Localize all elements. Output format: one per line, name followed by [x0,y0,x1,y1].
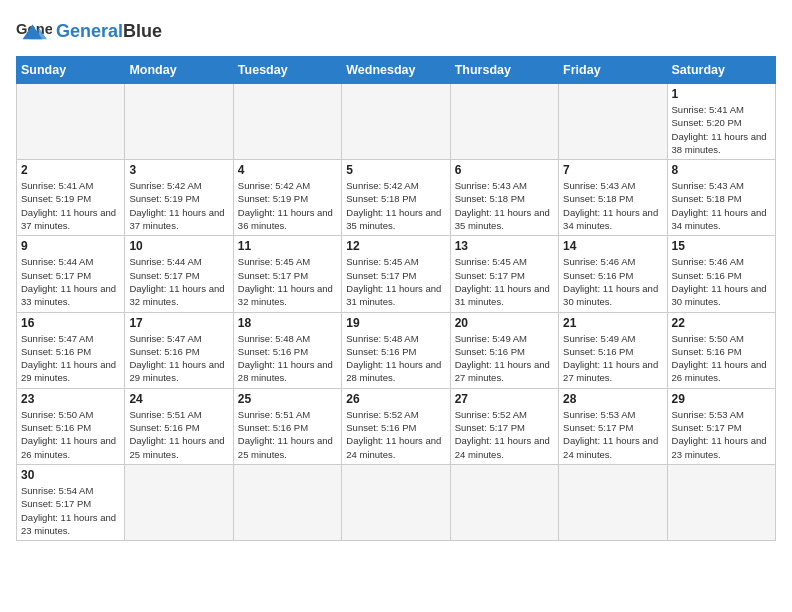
day-number: 15 [672,239,771,253]
day-number: 20 [455,316,554,330]
calendar-cell [233,84,341,160]
day-number: 11 [238,239,337,253]
day-info: Sunrise: 5:45 AMSunset: 5:17 PMDaylight:… [346,255,445,308]
calendar-cell [342,84,450,160]
calendar-cell: 4Sunrise: 5:42 AMSunset: 5:19 PMDaylight… [233,160,341,236]
week-row-3: 9Sunrise: 5:44 AMSunset: 5:17 PMDaylight… [17,236,776,312]
calendar-cell: 28Sunrise: 5:53 AMSunset: 5:17 PMDayligh… [559,388,667,464]
week-row-5: 23Sunrise: 5:50 AMSunset: 5:16 PMDayligh… [17,388,776,464]
logo: General GeneralBlue [16,16,162,46]
day-info: Sunrise: 5:51 AMSunset: 5:16 PMDaylight:… [129,408,228,461]
day-info: Sunrise: 5:53 AMSunset: 5:17 PMDaylight:… [672,408,771,461]
day-info: Sunrise: 5:52 AMSunset: 5:16 PMDaylight:… [346,408,445,461]
calendar-cell [125,464,233,540]
week-row-2: 2Sunrise: 5:41 AMSunset: 5:19 PMDaylight… [17,160,776,236]
day-info: Sunrise: 5:50 AMSunset: 5:16 PMDaylight:… [21,408,120,461]
calendar-cell: 6Sunrise: 5:43 AMSunset: 5:18 PMDaylight… [450,160,558,236]
calendar-cell: 18Sunrise: 5:48 AMSunset: 5:16 PMDayligh… [233,312,341,388]
day-info: Sunrise: 5:52 AMSunset: 5:17 PMDaylight:… [455,408,554,461]
day-number: 13 [455,239,554,253]
calendar-cell [667,464,775,540]
day-number: 18 [238,316,337,330]
week-row-1: 1Sunrise: 5:41 AMSunset: 5:20 PMDaylight… [17,84,776,160]
weekday-monday: Monday [125,57,233,84]
day-number: 28 [563,392,662,406]
day-number: 10 [129,239,228,253]
calendar-cell [233,464,341,540]
calendar-cell: 26Sunrise: 5:52 AMSunset: 5:16 PMDayligh… [342,388,450,464]
day-info: Sunrise: 5:46 AMSunset: 5:16 PMDaylight:… [672,255,771,308]
calendar-cell: 24Sunrise: 5:51 AMSunset: 5:16 PMDayligh… [125,388,233,464]
calendar-cell: 13Sunrise: 5:45 AMSunset: 5:17 PMDayligh… [450,236,558,312]
day-number: 17 [129,316,228,330]
calendar-cell: 1Sunrise: 5:41 AMSunset: 5:20 PMDaylight… [667,84,775,160]
day-info: Sunrise: 5:43 AMSunset: 5:18 PMDaylight:… [455,179,554,232]
day-number: 8 [672,163,771,177]
header: General GeneralBlue [16,16,776,46]
day-info: Sunrise: 5:42 AMSunset: 5:18 PMDaylight:… [346,179,445,232]
calendar-cell: 17Sunrise: 5:47 AMSunset: 5:16 PMDayligh… [125,312,233,388]
day-info: Sunrise: 5:44 AMSunset: 5:17 PMDaylight:… [129,255,228,308]
day-number: 9 [21,239,120,253]
day-number: 2 [21,163,120,177]
calendar-cell: 8Sunrise: 5:43 AMSunset: 5:18 PMDaylight… [667,160,775,236]
weekday-saturday: Saturday [667,57,775,84]
day-info: Sunrise: 5:45 AMSunset: 5:17 PMDaylight:… [238,255,337,308]
day-number: 19 [346,316,445,330]
day-info: Sunrise: 5:51 AMSunset: 5:16 PMDaylight:… [238,408,337,461]
day-number: 3 [129,163,228,177]
day-number: 14 [563,239,662,253]
calendar-cell: 3Sunrise: 5:42 AMSunset: 5:19 PMDaylight… [125,160,233,236]
day-info: Sunrise: 5:47 AMSunset: 5:16 PMDaylight:… [129,332,228,385]
day-info: Sunrise: 5:54 AMSunset: 5:17 PMDaylight:… [21,484,120,537]
day-number: 22 [672,316,771,330]
calendar-cell: 2Sunrise: 5:41 AMSunset: 5:19 PMDaylight… [17,160,125,236]
calendar-cell: 19Sunrise: 5:48 AMSunset: 5:16 PMDayligh… [342,312,450,388]
day-number: 24 [129,392,228,406]
calendar-cell: 15Sunrise: 5:46 AMSunset: 5:16 PMDayligh… [667,236,775,312]
day-info: Sunrise: 5:49 AMSunset: 5:16 PMDaylight:… [455,332,554,385]
day-info: Sunrise: 5:41 AMSunset: 5:20 PMDaylight:… [672,103,771,156]
day-info: Sunrise: 5:49 AMSunset: 5:16 PMDaylight:… [563,332,662,385]
day-number: 25 [238,392,337,406]
day-info: Sunrise: 5:43 AMSunset: 5:18 PMDaylight:… [563,179,662,232]
calendar-cell: 25Sunrise: 5:51 AMSunset: 5:16 PMDayligh… [233,388,341,464]
calendar-cell: 30Sunrise: 5:54 AMSunset: 5:17 PMDayligh… [17,464,125,540]
weekday-wednesday: Wednesday [342,57,450,84]
day-number: 29 [672,392,771,406]
calendar-cell: 9Sunrise: 5:44 AMSunset: 5:17 PMDaylight… [17,236,125,312]
weekday-tuesday: Tuesday [233,57,341,84]
day-info: Sunrise: 5:44 AMSunset: 5:17 PMDaylight:… [21,255,120,308]
day-number: 30 [21,468,120,482]
day-number: 12 [346,239,445,253]
calendar-cell: 10Sunrise: 5:44 AMSunset: 5:17 PMDayligh… [125,236,233,312]
day-number: 16 [21,316,120,330]
day-number: 5 [346,163,445,177]
day-info: Sunrise: 5:48 AMSunset: 5:16 PMDaylight:… [238,332,337,385]
day-info: Sunrise: 5:42 AMSunset: 5:19 PMDaylight:… [129,179,228,232]
day-number: 7 [563,163,662,177]
day-info: Sunrise: 5:43 AMSunset: 5:18 PMDaylight:… [672,179,771,232]
day-info: Sunrise: 5:45 AMSunset: 5:17 PMDaylight:… [455,255,554,308]
day-number: 26 [346,392,445,406]
calendar-cell [342,464,450,540]
day-number: 27 [455,392,554,406]
day-number: 21 [563,316,662,330]
calendar-cell: 5Sunrise: 5:42 AMSunset: 5:18 PMDaylight… [342,160,450,236]
weekday-friday: Friday [559,57,667,84]
day-info: Sunrise: 5:53 AMSunset: 5:17 PMDaylight:… [563,408,662,461]
calendar-cell: 21Sunrise: 5:49 AMSunset: 5:16 PMDayligh… [559,312,667,388]
day-info: Sunrise: 5:41 AMSunset: 5:19 PMDaylight:… [21,179,120,232]
weekday-thursday: Thursday [450,57,558,84]
weekday-sunday: Sunday [17,57,125,84]
calendar-cell [559,84,667,160]
logo-text: GeneralBlue [56,22,162,40]
weekday-header-row: SundayMondayTuesdayWednesdayThursdayFrid… [17,57,776,84]
day-info: Sunrise: 5:47 AMSunset: 5:16 PMDaylight:… [21,332,120,385]
day-number: 6 [455,163,554,177]
day-info: Sunrise: 5:46 AMSunset: 5:16 PMDaylight:… [563,255,662,308]
day-info: Sunrise: 5:48 AMSunset: 5:16 PMDaylight:… [346,332,445,385]
day-number: 23 [21,392,120,406]
calendar-cell: 16Sunrise: 5:47 AMSunset: 5:16 PMDayligh… [17,312,125,388]
calendar-cell: 27Sunrise: 5:52 AMSunset: 5:17 PMDayligh… [450,388,558,464]
